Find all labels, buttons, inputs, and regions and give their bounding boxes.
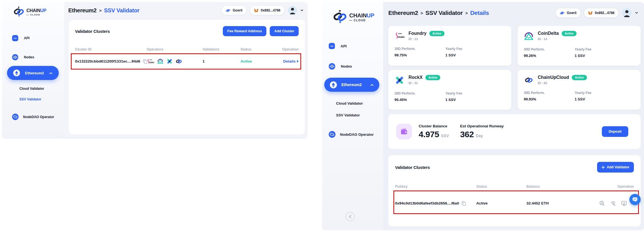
chevron-down-icon[interactable] — [301, 10, 303, 11]
fee-reward-address-button[interactable]: Fee Reward Address — [223, 26, 266, 36]
chainup-logo[interactable]: CHAINUP — CLOUD — [13, 6, 46, 18]
sidebar-item-ethereum2[interactable]: Ethereum2 — [7, 66, 59, 80]
sidebar-item-nodedao-operator[interactable]: NodeDAO Operator — [12, 114, 54, 120]
operator-name: ChainUpCloud — [538, 75, 569, 80]
validators-count: 1 — [203, 59, 241, 63]
section-title: Validator Clusters — [75, 29, 110, 34]
topbar: Ethereum2 > SSV Validator > Details Goer… — [383, 2, 644, 24]
add-validator-button[interactable]: Add Validator — [597, 162, 634, 173]
collapse-sidebar-button[interactable] — [346, 212, 355, 221]
perf-label: 30D Perform. — [394, 47, 445, 51]
sidebar-item-cloud-validator[interactable]: Cloud Validator — [336, 101, 363, 105]
runway-value: 362 — [460, 130, 474, 139]
perf-value: 99.93% — [524, 97, 575, 101]
operator-id: ID : 31 — [409, 81, 440, 85]
code-icon: </> — [12, 35, 18, 41]
operator-id: ID : 60 — [538, 81, 587, 85]
chevron-up-icon — [370, 82, 374, 87]
chainup-logo[interactable]: CHAINUP — CLOUD — [333, 9, 374, 25]
chevron-up-icon — [49, 70, 53, 75]
chevron-left-icon — [349, 215, 352, 219]
deposit-button[interactable]: Deposit — [602, 126, 628, 137]
validator-row[interactable]: 0x94c0d13b0d6afeef3db2656....f6a0 Active… — [395, 192, 634, 215]
operator-card-foundry[interactable]: Staking Foundry Active ID : 13 30D Perfo… — [388, 26, 511, 66]
perf-value: 99.26% — [524, 54, 575, 58]
col-header-operation: Operation — [591, 185, 634, 189]
code-icon: </> — [329, 43, 335, 49]
col-header-operators: Operators — [147, 47, 203, 51]
operator-name: CoinDelta — [538, 31, 559, 36]
status-value: Active — [241, 59, 272, 63]
breadcrumb-root[interactable]: Ethereum2 — [388, 10, 418, 16]
metamask-icon — [588, 11, 593, 15]
cluster-row[interactable]: 0x132220cbbd611200f1331ec....94d6 Stakin… — [75, 54, 299, 69]
validator-clusters-card: Validator Clusters Add Validator Pubkey … — [388, 155, 641, 226]
sidebar-item-ethereum2[interactable]: Ethereum2 — [324, 78, 379, 92]
sidebar-item-nodedao-operator[interactable]: NodeDAO Operator — [329, 131, 374, 138]
sidebar-item-ssv-validator[interactable]: SSV Validator — [336, 113, 360, 117]
beacon-icon[interactable] — [610, 200, 616, 206]
breadcrumb-ssv-validator[interactable]: SSV Validator — [425, 10, 463, 16]
breadcrumb-root[interactable]: Ethereum2 — [68, 7, 97, 14]
sidebar-item-nodes[interactable]: Nodes — [329, 63, 352, 70]
breadcrumb: Ethereum2 > SSV Validator > Details — [388, 10, 489, 16]
chevron-down-icon[interactable] — [635, 12, 638, 14]
avatar[interactable] — [622, 8, 632, 18]
fee-label: Yearly Fee — [575, 91, 591, 95]
breadcrumb-current: SSV Validator — [104, 7, 139, 14]
ethereum-icon — [13, 70, 20, 76]
perf-label: 30D Perform. — [524, 91, 575, 95]
copy-icon[interactable] — [461, 201, 466, 206]
breadcrumb: Ethereum2 > SSV Validator — [68, 7, 139, 14]
operator-card-chainupcloud[interactable]: ChainUpCloud Active ID : 60 30D Perform.… — [518, 70, 641, 110]
wallet-badge[interactable]: 0x892...4786 — [250, 6, 284, 15]
metamask-icon — [254, 8, 258, 13]
rockx-operator-icon — [166, 58, 173, 65]
col-header-operation: Operation — [272, 47, 299, 51]
active-badge: Active — [572, 75, 587, 80]
sidebar: CHAINUP — CLOUD </> API Nodes Ethereum2 … — [2, 2, 64, 139]
col-header-status: Status — [241, 47, 272, 51]
rockx-logo-icon — [394, 75, 405, 85]
operator-card-rockx[interactable]: RockX Active ID : 31 30D Perform. 95.45%… — [388, 70, 511, 110]
fee-value: 1 SSV — [445, 98, 462, 102]
sidebar-item-nodes[interactable]: Nodes — [12, 54, 34, 60]
link-icon — [12, 114, 19, 120]
network-badge[interactable]: Goerli — [556, 8, 580, 17]
chat-fab-button[interactable] — [629, 194, 641, 205]
cluster-balance-label: Cluster Balance — [419, 124, 449, 128]
operator-name: Foundry — [409, 31, 427, 36]
chainup-logo-icon — [13, 6, 24, 18]
details-link[interactable]: Details — [283, 59, 299, 63]
col-header-cluster-id: Cluster ID — [75, 47, 147, 51]
operator-id: ID : 14 — [538, 37, 577, 41]
analytics-search-icon[interactable] — [599, 200, 605, 206]
add-cluster-button[interactable]: Add Cluster — [270, 26, 299, 36]
fee-value: 1 SSV — [445, 53, 462, 57]
monitor-chart-icon[interactable] — [621, 200, 627, 206]
nodes-icon — [329, 63, 335, 70]
chainupcloud-logo-icon — [524, 76, 534, 84]
sidebar-item-api[interactable]: </> API — [12, 35, 30, 41]
perf-label: 30D Perform. — [524, 47, 575, 51]
balance-value: 32.4452 ETH — [527, 201, 591, 205]
sidebar-item-ssv-validator[interactable]: SSV Validator — [19, 97, 41, 101]
fee-label: Yearly Fee — [445, 91, 462, 95]
cluster-id-value: 0x132220cbbd611200f1331ec....94d6 — [75, 59, 140, 63]
active-badge: Active — [429, 31, 445, 36]
col-header-pubkey: Pubkey — [395, 185, 476, 189]
operator-card-coindelta[interactable]: CoinDelta Active ID : 14 30D Perform. 99… — [518, 26, 641, 66]
chainup-logo-text: CHAINUP — CLOUD — [26, 8, 46, 16]
breadcrumb-current: Details — [470, 10, 489, 16]
coindelta-logo-icon — [524, 31, 534, 41]
foundry-logo-icon: Staking — [394, 31, 405, 40]
active-badge: Active — [562, 31, 577, 36]
wallet-icon — [396, 124, 412, 139]
ssv-validator-details-panel: CHAINUP — CLOUD </> API Nodes Ethereum2 … — [322, 2, 644, 230]
network-badge[interactable]: Goerli — [222, 6, 246, 15]
wallet-badge[interactable]: 0x892...4786 — [584, 8, 618, 17]
sidebar-item-cloud-validator[interactable]: Cloud Validator — [19, 87, 44, 91]
triangle-right-icon — [297, 60, 299, 63]
avatar[interactable] — [288, 6, 297, 15]
sidebar-item-api[interactable]: </> API — [329, 43, 347, 49]
